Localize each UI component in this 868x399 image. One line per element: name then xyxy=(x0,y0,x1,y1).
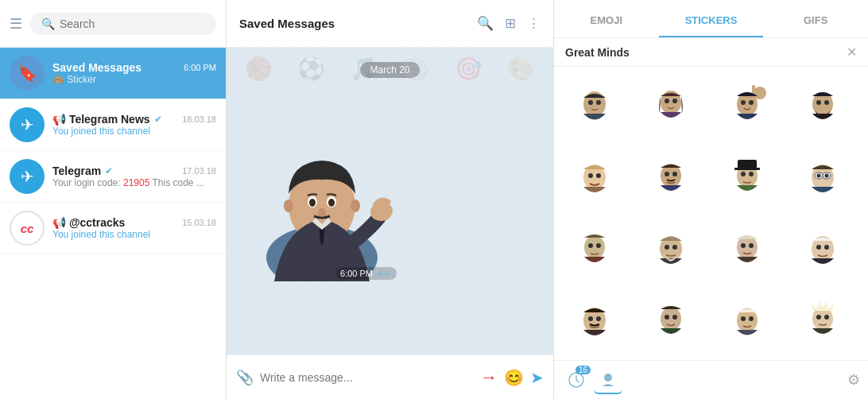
sticker-cell-8[interactable] xyxy=(789,145,857,213)
chat-name-saved-messages: Saved Messages xyxy=(52,61,141,74)
svg-point-21 xyxy=(816,100,821,105)
recent-stickers-icon[interactable]: 16 xyxy=(562,366,591,394)
attach-icon[interactable]: 📎 xyxy=(236,369,254,386)
chat-preview-telegram-news: You joined this channel xyxy=(52,126,216,137)
svg-point-8 xyxy=(351,200,360,212)
svg-point-46 xyxy=(665,245,669,250)
sticker-grid xyxy=(554,67,868,360)
search-input[interactable] xyxy=(60,17,205,30)
search-icon: 🔍 xyxy=(41,17,55,30)
svg-point-11 xyxy=(588,100,593,105)
svg-point-64 xyxy=(816,315,821,320)
great-minds-icon[interactable] xyxy=(594,366,622,394)
sticker-cell-15[interactable] xyxy=(713,288,781,356)
sticker-cell-7[interactable] xyxy=(713,145,781,213)
sidebar-header: ☰ 🔍 xyxy=(0,0,226,48)
svg-point-44 xyxy=(596,243,601,248)
chat-item-saved-messages[interactable]: 🔖 Saved Messages 6:00 PM 🙈 Sticker xyxy=(0,48,226,99)
chat-time-telegram-news: 18.03.18 xyxy=(182,114,216,124)
svg-point-49 xyxy=(741,243,746,248)
sticker-cell-2[interactable] xyxy=(637,73,705,141)
chat-item-telegram[interactable]: ✈ Telegram ✔ 17.03.18 Your login code: 2… xyxy=(0,151,226,203)
sticker-img-8 xyxy=(797,153,848,204)
sticker-img-6 xyxy=(645,153,696,204)
svg-point-17 xyxy=(741,100,746,105)
svg-point-65 xyxy=(824,315,829,320)
hamburger-icon[interactable]: ☰ xyxy=(10,15,22,33)
sticker-time: 6:00 PM ✓✓ xyxy=(335,267,397,280)
sticker-settings-icon[interactable]: ⚙ xyxy=(847,371,860,389)
sticker-img-15 xyxy=(722,296,773,347)
badge-16: 16 xyxy=(575,366,591,374)
sticker-img-2 xyxy=(645,82,696,133)
tab-emoji[interactable]: EMOJI xyxy=(554,5,659,37)
sticker-cell-9[interactable] xyxy=(560,216,629,285)
sticker-bottom-bar: 16 ⚙ xyxy=(554,360,868,399)
send-button[interactable]: ➤ xyxy=(530,368,544,387)
svg-point-79 xyxy=(604,374,612,382)
svg-point-58 xyxy=(665,315,669,320)
more-icon[interactable]: ⋮ xyxy=(527,15,541,32)
svg-point-22 xyxy=(824,100,829,105)
svg-point-47 xyxy=(672,245,677,250)
avatar-cctracks: cc xyxy=(10,211,45,246)
svg-point-50 xyxy=(749,243,754,248)
chat-item-cctracks[interactable]: cc 📢 @cctracks 15.03.18 You joined this … xyxy=(0,203,226,254)
tab-stickers[interactable]: STICKERS xyxy=(659,5,764,37)
chat-input-bar: 📎 → 😊 ➤ xyxy=(227,354,553,399)
sticker-cell-16[interactable] xyxy=(789,288,857,356)
avatar-saved-messages: 🔖 xyxy=(10,56,45,91)
svg-point-28 xyxy=(672,172,677,176)
chat-name-telegram: Telegram xyxy=(52,165,101,177)
sticker-cell-4[interactable] xyxy=(789,73,857,141)
sticker-cell-13[interactable] xyxy=(560,288,629,356)
chat-name-cctracks: 📢 @cctracks xyxy=(52,216,125,229)
sidebar: ☰ 🔍 🔖 Saved Messages 6:00 PM 🙈 Sticker ✈ xyxy=(0,0,227,399)
sticker-cell-6[interactable] xyxy=(637,145,705,213)
sticker-cell-12[interactable] xyxy=(789,216,857,285)
read-check-icon: ✓✓ xyxy=(376,268,392,279)
sticker-img-12 xyxy=(797,225,848,276)
svg-point-43 xyxy=(588,243,593,248)
chat-preview-saved-messages: 🙈 Sticker xyxy=(52,74,216,85)
sticker-cell-1[interactable] xyxy=(560,73,629,141)
close-sticker-panel-button[interactable]: ✕ xyxy=(847,45,857,60)
sticker-cell-10[interactable] xyxy=(637,216,705,285)
sticker-message: 6:00 PM ✓✓ xyxy=(242,91,401,285)
sticker-cell-11[interactable] xyxy=(713,216,781,285)
sticker-img-7 xyxy=(722,153,773,204)
sticker-img-13 xyxy=(569,296,620,347)
svg-point-31 xyxy=(749,172,754,176)
search-box: 🔍 xyxy=(30,13,216,35)
sticker-img-9 xyxy=(569,225,620,276)
sticker-cell-14[interactable] xyxy=(637,288,705,356)
svg-point-12 xyxy=(596,100,601,105)
sticker-tabs: EMOJI STICKERS GIFS xyxy=(554,0,868,38)
emoji-icon[interactable]: 😊 xyxy=(504,368,524,387)
chat-item-telegram-news[interactable]: ✈ 📢 Telegram News ✔ 18.03.18 You joined … xyxy=(0,99,226,151)
sticker-img-1 xyxy=(569,82,620,133)
message-input[interactable] xyxy=(260,371,474,384)
sticker-cell-3[interactable] xyxy=(713,73,781,141)
svg-point-18 xyxy=(749,100,754,105)
svg-point-6 xyxy=(328,199,335,207)
svg-point-37 xyxy=(817,174,821,178)
chat-header: Saved Messages 🔍 ⊞ ⋮ xyxy=(227,0,553,48)
tab-gifs[interactable]: GIFS xyxy=(763,5,868,37)
svg-point-62 xyxy=(749,316,754,321)
search-chat-icon[interactable]: 🔍 xyxy=(477,15,494,32)
svg-rect-33 xyxy=(734,168,760,170)
sticker-img-10 xyxy=(645,225,696,276)
sticker-pack-header: Great Minds ✕ xyxy=(554,38,868,67)
layout-icon[interactable]: ⊞ xyxy=(505,15,516,32)
sticker-cell-5[interactable] xyxy=(560,145,629,213)
chat-time-telegram: 17.03.18 xyxy=(182,166,216,176)
svg-point-14 xyxy=(665,99,669,103)
chat-title: Saved Messages xyxy=(239,17,466,30)
chat-time-saved-messages: 6:00 PM xyxy=(184,63,216,72)
svg-point-38 xyxy=(825,174,829,178)
avatar-telegram-news: ✈ xyxy=(10,107,45,142)
chat-preview-telegram: Your login code: 21905 This code ... xyxy=(52,177,216,188)
arrow-indicator: → xyxy=(480,367,498,388)
svg-point-19 xyxy=(754,87,766,99)
